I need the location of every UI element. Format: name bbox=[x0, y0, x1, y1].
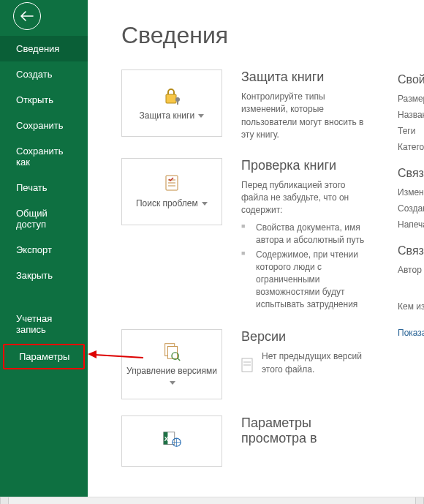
menu-print[interactable]: Печать bbox=[0, 175, 88, 200]
horizontal-scrollbar[interactable] bbox=[0, 497, 424, 504]
menu-save-as[interactable]: Сохранить как bbox=[0, 138, 88, 175]
versions-title: Версии bbox=[241, 329, 366, 345]
menu-close[interactable]: Закрыть bbox=[0, 263, 88, 288]
check-issues-button[interactable]: Поиск проблем bbox=[121, 158, 222, 225]
section-protect: Защита книги Защита книги Контролируйте … bbox=[121, 69, 424, 142]
menu-open[interactable]: Открыть bbox=[0, 87, 88, 113]
inspect-tile-label: Поиск проблем bbox=[136, 198, 208, 209]
browser-view-button[interactable]: X bbox=[121, 415, 222, 467]
prop-printed: Напечатан bbox=[398, 218, 424, 231]
inspect-title: Проверка книги bbox=[241, 158, 366, 173]
excel-globe-icon: X bbox=[162, 429, 182, 449]
section-inspect: Поиск проблем Проверка книги Перед публи… bbox=[121, 158, 424, 314]
prop-modified: Изменен bbox=[398, 186, 424, 199]
prop-name: Название bbox=[398, 108, 424, 121]
protect-tile-label: Защита книги bbox=[140, 110, 205, 121]
svg-rect-2 bbox=[177, 101, 178, 105]
props-heading: Свойства bbox=[398, 73, 424, 86]
svg-text:X: X bbox=[164, 435, 169, 443]
svg-rect-0 bbox=[166, 94, 176, 103]
inspect-list: Свойства документа, имя автора и абсолют… bbox=[241, 222, 366, 311]
protect-desc: Контролируйте типы изменений, которые по… bbox=[241, 91, 366, 142]
back-button[interactable] bbox=[13, 2, 41, 30]
manage-versions-button[interactable]: Управление версиями bbox=[121, 329, 222, 399]
section-versions: Управление версиями Версии Нет предыдущи… bbox=[121, 329, 424, 399]
show-all-link[interactable]: Показать все bbox=[398, 326, 424, 339]
menu-save[interactable]: Сохранить bbox=[0, 113, 88, 138]
checklist-icon bbox=[162, 173, 182, 194]
svg-rect-9 bbox=[243, 364, 251, 366]
menu-share[interactable]: Общий доступ bbox=[0, 200, 88, 237]
scroll-left-button[interactable] bbox=[0, 497, 9, 504]
browser-view-title: Параметры просмотра в bbox=[241, 415, 366, 446]
menu-options[interactable]: Параметры bbox=[3, 344, 85, 369]
content-panel: Сведения Защита книги Защита книги Контр… bbox=[88, 0, 424, 504]
scroll-track[interactable] bbox=[9, 497, 415, 504]
prop-created: Создан bbox=[398, 202, 424, 215]
protect-workbook-button[interactable]: Защита книги bbox=[121, 69, 222, 137]
page-title: Сведения bbox=[121, 22, 424, 49]
arrow-left-icon bbox=[20, 11, 34, 21]
prop-tags: Теги bbox=[398, 124, 424, 138]
prop-author: Автор bbox=[398, 263, 424, 277]
prop-categories: Категории bbox=[398, 140, 424, 154]
menu-new[interactable]: Создать bbox=[0, 61, 88, 87]
backstage-sidebar: Сведения Создать Открыть Сохранить Сохра… bbox=[0, 0, 88, 504]
props-people-heading: Связанные пользователи bbox=[398, 244, 424, 257]
menu-account[interactable]: Учетная запись bbox=[0, 306, 88, 342]
versions-desc: Нет предыдущих версий этого файла. bbox=[262, 350, 366, 376]
chevron-down-icon bbox=[198, 114, 204, 118]
scroll-right-button[interactable] bbox=[415, 497, 424, 504]
lock-icon bbox=[162, 86, 182, 106]
svg-rect-8 bbox=[243, 361, 251, 363]
section-browser-view: X Параметры просмотра в bbox=[121, 415, 424, 467]
menu-separator bbox=[0, 288, 88, 306]
protect-title: Защита книги bbox=[241, 69, 366, 85]
chevron-down-icon bbox=[170, 381, 175, 385]
props-dates-heading: Связанные даты bbox=[398, 167, 424, 180]
chevron-down-icon bbox=[202, 202, 208, 206]
prop-modified-by: Кем изменен bbox=[398, 300, 424, 313]
backstage-menu: Сведения Создать Открыть Сохранить Сохра… bbox=[0, 36, 88, 369]
menu-export[interactable]: Экспорт bbox=[0, 237, 88, 263]
properties-panel: Свойства Размер Название Теги Категории … bbox=[398, 73, 424, 342]
prop-size: Размер bbox=[398, 92, 424, 105]
versions-tile-label: Управление версиями bbox=[122, 366, 222, 388]
document-icon bbox=[241, 358, 256, 376]
versions-icon bbox=[162, 341, 182, 361]
inspect-item: Содержимое, при чтении которого люди с о… bbox=[241, 249, 366, 310]
inspect-desc: Перед публикацией этого файла не забудьт… bbox=[241, 179, 366, 217]
inspect-item: Свойства документа, имя автора и абсолют… bbox=[241, 222, 366, 247]
menu-info[interactable]: Сведения bbox=[0, 36, 88, 61]
